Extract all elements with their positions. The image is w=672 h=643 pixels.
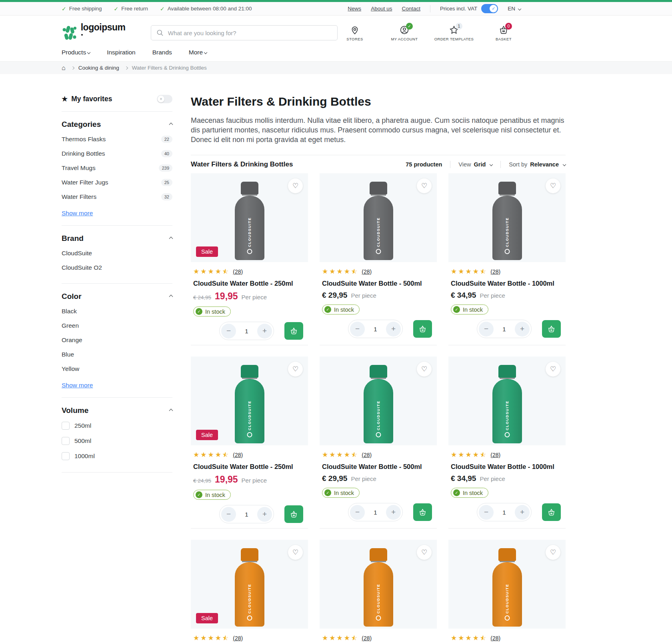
stores-button[interactable]: STORES [338,25,372,41]
filter-item[interactable]: CloudSuite O2 [62,260,172,275]
product-image[interactable]: ♡ CLOUDSUITE [448,173,566,262]
filter-item[interactable]: Yellow [62,362,172,376]
product-image[interactable]: ♡ CLOUDSUITE [320,357,437,445]
sale-badge: Sale [196,613,218,623]
language-selector[interactable]: EN [508,6,521,12]
add-to-cart-button[interactable] [542,320,561,338]
volume-option[interactable]: 500ml [62,433,172,449]
color-header[interactable]: Color [62,292,172,301]
home-icon[interactable]: ⌂ [62,65,66,71]
about-link[interactable]: About us [371,6,392,12]
quantity-increase-button[interactable]: + [257,324,272,339]
categories-show-more-link[interactable]: Show more [62,210,93,217]
categories-header[interactable]: Categories [62,120,172,129]
checkbox[interactable] [62,422,70,430]
volume-header[interactable]: Volume [62,406,172,415]
category-filter-item[interactable]: Water Filter Jugs 25 [62,175,172,190]
quantity-decrease-button[interactable]: − [221,507,236,522]
favorites-toggle[interactable]: × [157,95,172,103]
quantity-decrease-button[interactable]: − [350,322,365,337]
filter-item[interactable]: Blue [62,347,172,362]
product-image[interactable]: ♡ CLOUDSUITE [448,540,566,629]
reviews-link[interactable]: (28) [233,452,243,458]
filter-item[interactable]: Green [62,318,172,333]
nav-products[interactable]: Products [62,49,90,56]
product-name[interactable]: CloudSuite Water Bottle - 500ml [320,280,437,287]
add-to-cart-button[interactable] [284,505,303,523]
category-filter-item[interactable]: Drinking Bottles 40 [62,146,172,161]
category-filter-item[interactable]: Water Filters 32 [62,190,172,204]
checkbox[interactable] [62,452,70,460]
quantity-increase-button[interactable]: + [515,505,530,520]
search-input[interactable] [151,25,338,40]
basket-button[interactable]: 0 BASKET [486,25,521,41]
product-image[interactable]: ♡ CLOUDSUITE [448,357,566,445]
filter-item[interactable]: CloudSuite [62,246,172,260]
product-name[interactable]: CloudSuite Water Bottle - 250ml [191,280,308,287]
order-templates-button[interactable]: 1 ORDER TEMPLATES [437,25,471,41]
quantity-decrease-button[interactable]: − [350,505,365,520]
reviews-link[interactable]: (28) [490,452,500,458]
stock-check-icon: ✓ [324,489,331,496]
add-to-cart-button[interactable] [413,503,432,521]
product-image[interactable]: ♡ CLOUDSUITE Sale [191,540,308,629]
quantity-decrease-button[interactable]: − [221,324,236,339]
quantity-increase-button[interactable]: + [386,505,401,520]
product-name[interactable]: CloudSuite Water Bottle - 1000ml [448,280,566,287]
favorite-button[interactable]: ♡ [417,362,432,377]
volume-option[interactable]: 1000ml [62,449,172,464]
quantity-increase-button[interactable]: + [257,507,272,522]
filter-item[interactable]: Black [62,304,172,318]
breadcrumb-cooking-dining[interactable]: Cooking & dining [78,65,119,71]
category-filter-item[interactable]: Travel Mugs 239 [62,161,172,175]
add-to-cart-button[interactable] [284,322,303,340]
category-filter-item[interactable]: Thermos Flasks 22 [62,132,172,146]
favorite-button[interactable]: ♡ [288,178,303,193]
product-name[interactable]: CloudSuite Water Bottle - 250ml [191,463,308,471]
reviews-link[interactable]: (28) [490,268,500,275]
nav-inspiration[interactable]: Inspiration [107,49,136,56]
favorite-button[interactable]: ♡ [546,545,560,560]
bottle-cap [498,365,516,378]
news-link[interactable]: News [348,6,361,12]
add-to-cart-button[interactable] [413,320,432,338]
nav-brands[interactable]: Brands [152,49,172,56]
stock-badge: ✓ In stock [322,304,360,314]
favorite-button[interactable]: ♡ [546,362,560,377]
color-show-more-link[interactable]: Show more [62,382,93,389]
filter-item[interactable]: Orange [62,333,172,347]
logo[interactable]: logoipsum [62,22,126,44]
reviews-link[interactable]: (28) [490,635,500,641]
quantity-decrease-button[interactable]: − [479,505,494,520]
favorite-button[interactable]: ♡ [417,545,432,560]
product-image[interactable]: ♡ CLOUDSUITE Sale [191,173,308,262]
view-selector[interactable]: View Grid [458,161,492,168]
product-name[interactable]: CloudSuite Water Bottle - 1000ml [448,463,566,471]
volume-option[interactable]: 250ml [62,418,172,433]
sort-selector[interactable]: Sort by Relevance [509,161,566,168]
my-account-button[interactable]: ✓ MY ACCOUNT [387,25,422,41]
product-image[interactable]: ♡ CLOUDSUITE [320,173,437,262]
favorite-button[interactable]: ♡ [417,178,432,193]
product-image[interactable]: ♡ CLOUDSUITE [320,540,437,629]
product-image[interactable]: ♡ CLOUDSUITE Sale [191,357,308,445]
reviews-link[interactable]: (28) [362,635,372,641]
reviews-link[interactable]: (28) [362,452,372,458]
checkbox[interactable] [62,437,70,445]
favorite-button[interactable]: ♡ [546,178,560,193]
favorite-button[interactable]: ♡ [288,545,303,560]
contact-link[interactable]: Contact [402,6,420,12]
product-name[interactable]: CloudSuite Water Bottle - 500ml [320,463,437,471]
reviews-link[interactable]: (28) [233,268,243,275]
brand-header[interactable]: Brand [62,234,172,243]
quantity-increase-button[interactable]: + [386,322,401,337]
quantity-increase-button[interactable]: + [515,322,530,337]
reviews-link[interactable]: (28) [233,635,243,641]
vat-toggle[interactable]: ✓ [481,4,498,13]
reviews-link[interactable]: (28) [362,268,372,275]
nav-more[interactable]: More [189,49,207,56]
filter-sidebar: ★ My favorites × Categories Thermos Flas… [62,95,172,643]
quantity-decrease-button[interactable]: − [479,322,494,337]
add-to-cart-button[interactable] [542,503,561,521]
favorite-button[interactable]: ♡ [288,362,303,377]
